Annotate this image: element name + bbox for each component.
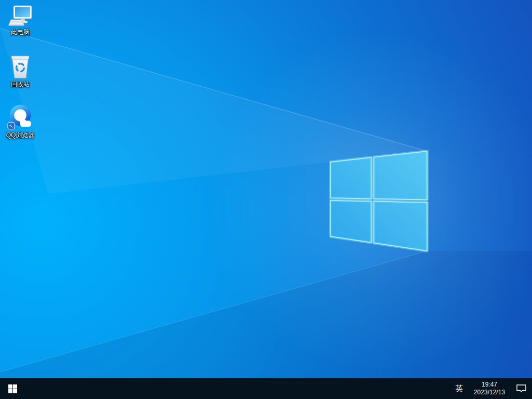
shortcut-arrow-badge: ↖ <box>8 123 15 129</box>
desktop-icon-recycle-bin[interactable]: 回收站 <box>0 54 41 88</box>
qq-browser-icon: ↖ <box>7 104 33 130</box>
recycle-bin-icon <box>10 54 31 79</box>
action-center-button[interactable] <box>510 378 532 399</box>
windows-logo-icon <box>8 384 17 393</box>
notification-icon <box>516 384 526 393</box>
desktop-icon-label: QQ浏览器 <box>6 131 35 139</box>
taskbar-clock[interactable]: 19:47 2023/12/13 <box>469 378 510 399</box>
desktop-icon-qq-browser[interactable]: ↖ QQ浏览器 <box>0 104 41 139</box>
clock-date: 2023/12/13 <box>474 389 505 396</box>
windows-desktop: 此电脑 回收站 <box>0 0 532 399</box>
desktop-icon-this-pc[interactable]: 此电脑 <box>0 5 41 36</box>
this-pc-icon <box>8 5 33 27</box>
desktop-icon-label: 此电脑 <box>11 29 30 36</box>
clock-time: 19:47 <box>474 381 505 389</box>
start-button[interactable] <box>0 378 25 399</box>
ime-indicator[interactable]: 英 <box>450 378 469 399</box>
taskbar: 英 19:47 2023/12/13 <box>0 378 532 399</box>
desktop-icon-label: 回收站 <box>11 81 30 88</box>
wallpaper <box>0 0 532 399</box>
svg-text:↖: ↖ <box>9 123 13 129</box>
system-tray: 英 19:47 2023/12/13 <box>450 378 532 399</box>
